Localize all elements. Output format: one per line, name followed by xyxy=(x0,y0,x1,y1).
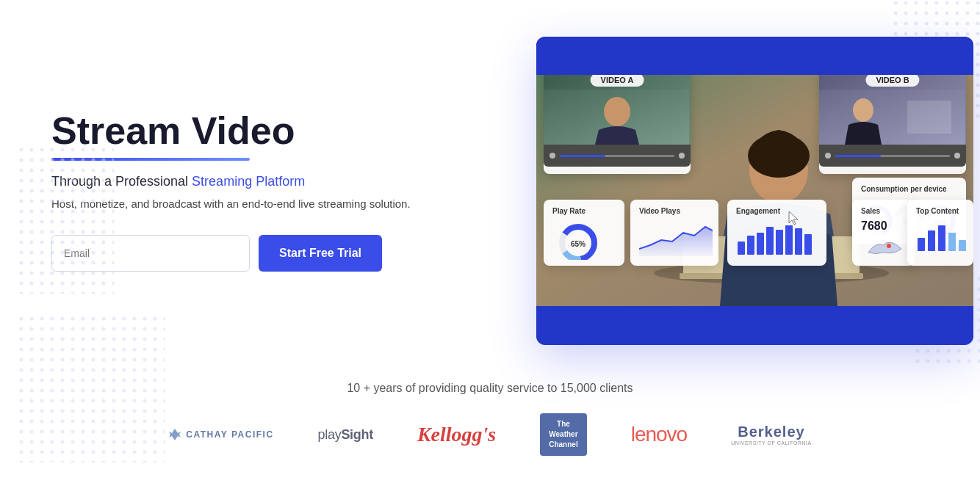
logo-kelloggs: Kellogg's xyxy=(417,423,496,446)
sales-title: Sales xyxy=(861,207,906,215)
stat-sales: Sales 7680 xyxy=(852,200,915,266)
ctrl-b-progress-bar xyxy=(835,155,950,157)
sales-value: 7680 xyxy=(861,219,906,233)
video-player: VIDEO A xyxy=(536,37,973,345)
logo-weather-channel: TheWeatherChannel xyxy=(540,413,586,456)
top-content-title: Top Content xyxy=(916,207,965,215)
video-a-overlay: VIDEO A xyxy=(544,75,691,174)
berkeley-container: Berkeley UNIVERSITY OF CALIFORNIA xyxy=(731,424,812,446)
weather-channel-label: TheWeatherChannel xyxy=(540,413,586,456)
trust-section: 10 + years of providing quality service … xyxy=(0,367,980,467)
play-rate-chart: 65% xyxy=(552,219,604,260)
svg-point-19 xyxy=(853,98,873,122)
svg-point-16 xyxy=(604,97,630,126)
hero-description: Host, monetize, and broadcast with an en… xyxy=(51,195,463,213)
stat-video-plays: Video Plays xyxy=(630,200,718,266)
berkeley-sub: UNIVERSITY OF CALIFORNIA xyxy=(731,440,812,446)
svg-rect-46 xyxy=(959,240,966,251)
cta-row: Start Free Trial xyxy=(51,235,478,272)
logo-playsight: playSight xyxy=(318,427,373,443)
ctrl-volume-dot xyxy=(679,153,685,159)
berkeley-label: Berkeley xyxy=(731,424,812,440)
kelloggs-label: Kellogg's xyxy=(417,423,496,446)
logos-row: CATHAY PACIFIC playSight Kellogg's TheWe… xyxy=(51,413,929,456)
playsight-label: playSight xyxy=(318,427,373,443)
ctrl-progress-bar xyxy=(560,155,674,157)
svg-rect-34 xyxy=(747,236,754,255)
engagement-title: Engagement xyxy=(736,207,818,215)
video-b-controls xyxy=(819,145,966,167)
consumption-title: Consumption per device xyxy=(861,185,957,193)
hero-section: // rendered via inline SVG below xyxy=(0,0,980,367)
logo-berkeley: Berkeley UNIVERSITY OF CALIFORNIA xyxy=(731,424,812,446)
video-main-area: VIDEO A xyxy=(536,75,973,306)
video-a-label: VIDEO A xyxy=(591,75,644,87)
subtitle-prefix: Through a Professional xyxy=(51,174,192,189)
email-input[interactable] xyxy=(51,235,250,272)
svg-rect-36 xyxy=(766,227,774,255)
start-trial-button[interactable]: Start Free Trial xyxy=(259,235,382,272)
video-header-bar xyxy=(536,37,973,75)
subtitle-link[interactable]: Streaming Platform xyxy=(192,174,305,189)
video-a-thumbnail: VIDEO A xyxy=(544,75,691,145)
play-rate-title: Play Rate xyxy=(552,207,616,215)
svg-rect-40 xyxy=(804,234,812,255)
hero-left: // rendered via inline SVG below xyxy=(51,110,478,272)
svg-rect-43 xyxy=(928,230,935,251)
dot-grid-left: // rendered via inline SVG below xyxy=(18,147,114,297)
svg-rect-37 xyxy=(776,230,783,255)
cathay-icon xyxy=(168,428,181,441)
svg-rect-39 xyxy=(795,228,802,255)
svg-text:65%: 65% xyxy=(571,240,586,248)
video-b-thumbnail: VIDEO B xyxy=(819,75,966,145)
video-plays-chart xyxy=(639,219,713,256)
hero-subtitle: Through a Professional Streaming Platfor… xyxy=(51,174,478,189)
svg-rect-33 xyxy=(738,242,745,255)
svg-rect-35 xyxy=(757,233,764,255)
video-footer-bar xyxy=(536,306,973,344)
stat-play-rate: Play Rate 65% xyxy=(544,200,624,266)
ctrl-b-play-dot xyxy=(825,153,831,159)
stat-engagement: Engagement xyxy=(727,200,826,266)
svg-point-41 xyxy=(887,244,891,248)
trust-text: 10 + years of providing quality service … xyxy=(51,382,929,395)
ctrl-b-volume-dot xyxy=(954,153,960,159)
video-plays-title: Video Plays xyxy=(639,207,710,215)
svg-rect-44 xyxy=(938,225,945,251)
svg-rect-38 xyxy=(785,225,793,255)
video-a-controls xyxy=(544,145,691,167)
hero-right: VIDEO A xyxy=(536,37,973,345)
ctrl-play-dot xyxy=(550,153,555,159)
cursor-icon xyxy=(786,210,802,229)
video-b-label: VIDEO B xyxy=(865,75,919,87)
svg-rect-42 xyxy=(918,238,925,251)
stat-top-content: Top Content xyxy=(907,200,973,266)
logo-cathay-pacific: CATHAY PACIFIC xyxy=(168,428,273,441)
top-content-chart xyxy=(916,219,968,253)
svg-rect-45 xyxy=(948,233,956,251)
sales-chart xyxy=(861,234,909,260)
video-b-overlay: VIDEO B xyxy=(819,75,966,174)
lenovo-label: lenovo xyxy=(631,423,688,446)
logo-lenovo: lenovo xyxy=(631,423,688,446)
svg-rect-18 xyxy=(907,101,951,134)
cathay-label: CATHAY PACIFIC xyxy=(186,429,273,440)
title-underline xyxy=(51,158,250,161)
engagement-chart xyxy=(736,219,821,256)
page-title: Stream Video xyxy=(51,110,478,152)
